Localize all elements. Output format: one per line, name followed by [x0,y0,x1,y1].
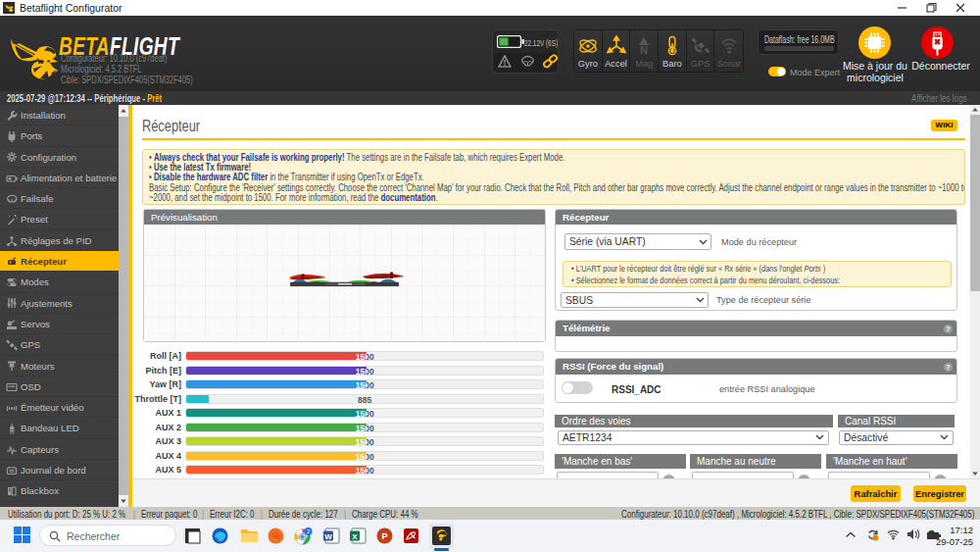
svg-text:X: X [352,532,358,541]
svg-text:P: P [381,531,387,541]
svg-text:2: 2 [307,528,310,534]
svg-text:N: N [640,44,648,56]
svg-text:W: W [324,532,332,541]
